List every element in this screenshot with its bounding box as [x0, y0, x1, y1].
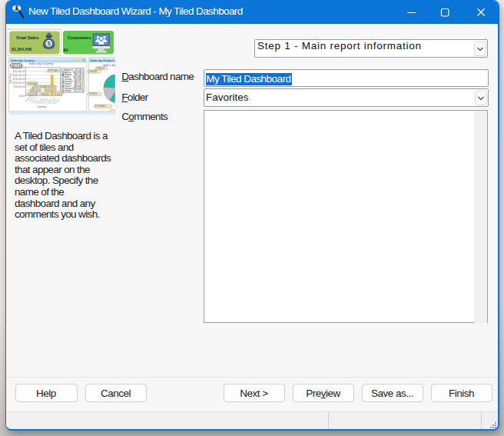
svg-text:Ireland: Ireland [65, 89, 71, 92]
svg-text:$200,000.00: $200,000.00 [12, 74, 25, 77]
svg-text:$ 31,00: $ 31,00 [55, 93, 62, 96]
svg-text:$ 197,000.0: $ 197,000.0 [48, 69, 59, 72]
svg-text:$150,000.00: $150,000.00 [12, 78, 25, 81]
svg-text:$100,000.00: $100,000.00 [12, 82, 25, 85]
svg-text:Sales by Product Category: Sales by Product Category [91, 58, 116, 62]
svg-text:$ 174,600.0: $ 174,600.0 [95, 105, 106, 108]
svg-text:$ 84,000.0: $ 84,000.0 [28, 82, 38, 85]
svg-text:$0.00: $0.00 [19, 95, 25, 98]
svg-text:Sales by Product: Sales by Product [103, 63, 115, 67]
svg-text:$ 38,000: $ 38,000 [41, 93, 50, 96]
svg-text:$ 164,33: $ 164,33 [89, 70, 98, 73]
svg-text:Total Sales: Total Sales [16, 35, 40, 40]
svg-text:$ 117,000.00: $ 117,000.00 [35, 85, 47, 88]
svg-text:91: 91 [64, 48, 68, 52]
svg-text:Sales by Country: Sales by Country [29, 62, 55, 65]
svg-text:$1,354,458: $1,354,458 [12, 47, 32, 52]
svg-text:$: $ [47, 40, 51, 47]
svg-text:$50,000.00: $50,000.00 [14, 85, 25, 88]
svg-text:$250,000.00: $250,000.00 [12, 70, 25, 73]
svg-text:$57,317.8: $57,317.8 [75, 89, 84, 92]
svg-text:$ 57,000.0: $ 57,000.0 [45, 89, 55, 92]
svg-text:$ 64,700.0: $ 64,700.0 [31, 89, 41, 92]
svg-text:$ 106,00: $ 106,00 [89, 92, 98, 95]
svg-text:Country: Country [37, 105, 46, 108]
svg-text:$ 96,000.0: $ 96,000.0 [46, 85, 56, 88]
svg-text:$ 314,27: $ 314,27 [97, 67, 105, 70]
svg-text:$300,000.00: $300,000.00 [12, 66, 25, 69]
svg-text:Customers: Customers [68, 35, 91, 40]
svg-text:Total Price: Total Price [9, 73, 12, 84]
